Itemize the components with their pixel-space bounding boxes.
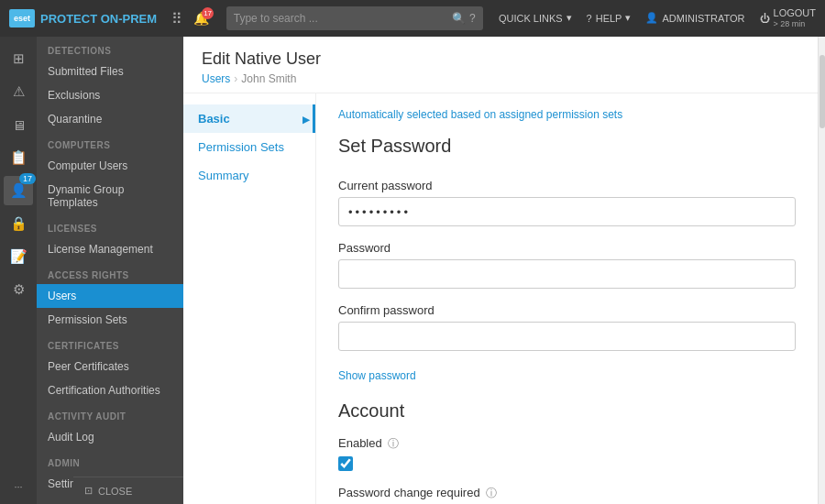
sidebar-icon-settings[interactable]: ⚙ [4, 275, 33, 304]
tab-summary-label: Summary [198, 169, 249, 182]
sidebar-item-computer-users[interactable]: Computer Users [37, 154, 183, 178]
logout-icon: ⏻ [760, 13, 770, 24]
admin-icon: 👤 [645, 12, 658, 24]
logout-text-block: LOGOUT > 28 min [774, 7, 816, 29]
confirm-password-group: Confirm password [338, 303, 796, 351]
sidebar-icon-certificates[interactable]: 🔒 [4, 209, 33, 238]
sidebar-item-certification-authorities[interactable]: Certification Authorities [37, 378, 183, 402]
quick-links-label: QUICK LINKS [499, 13, 563, 24]
help-btn[interactable]: ? HELP ▾ [587, 12, 632, 24]
sidebar-icon-access[interactable]: 👤 17 [4, 176, 33, 205]
current-password-label: Current password [338, 179, 796, 192]
sidebar-expand-btn[interactable]: ··· [4, 477, 33, 497]
nav-section-licenses: LICENSES [37, 214, 183, 237]
current-password-input[interactable] [338, 197, 796, 226]
enabled-checkbox-group [338, 456, 796, 471]
set-password-title: Set Password [338, 136, 796, 164]
content-body: Basic ▶ Permission Sets Summary Automati… [183, 93, 818, 504]
right-scrollbar[interactable] [818, 37, 825, 504]
page-header: Edit Native User Users › John Smith [183, 37, 818, 93]
tab-permission-sets[interactable]: Permission Sets [183, 133, 315, 161]
sidebar-item-permission-sets-nav[interactable]: Permission Sets [37, 308, 183, 332]
help-icon: ? [587, 13, 592, 24]
nav-section-detections: DETECTIONS [37, 37, 183, 60]
nav-section-certificates: CERTIFICATES [37, 332, 183, 355]
tab-permission-sets-label: Permission Sets [198, 140, 284, 154]
admin-btn[interactable]: 👤 ADMINISTRATOR [645, 12, 744, 24]
show-password-container: Show password [338, 366, 796, 382]
account-title: Account [338, 400, 796, 422]
show-password-link[interactable]: Show password [338, 369, 416, 382]
logo: eset PROTECT ON-PREM [9, 9, 157, 27]
sidebar-icon-strip: ⊞ ⚠ 🖥 📋 👤 17 🔒 📝 ⚙ ··· [0, 37, 37, 504]
search-help-icon[interactable]: ? [469, 12, 476, 25]
auto-select-note: Automatically selected based on assigned… [338, 108, 796, 121]
product-name: PROTECT ON-PREM [40, 12, 157, 26]
sidebar-close-btn[interactable]: ⊡ CLOSE [73, 477, 183, 504]
sidebar-nav: DETECTIONS Submitted Files Exclusions Qu… [37, 37, 183, 504]
topbar: eset PROTECT ON-PREM ⠿ 🔔 17 🔍 ? QUICK LI… [0, 0, 825, 37]
sidebar-icon-dashboard[interactable]: ⊞ [4, 44, 33, 73]
nav-section-access: ACCESS RIGHTS [37, 261, 183, 284]
tab-arrow-icon: ▶ [302, 114, 310, 124]
close-label: CLOSE [98, 486, 132, 497]
quick-links-btn[interactable]: QUICK LINKS ▾ [499, 12, 572, 24]
nav-section-audit: ACTIVITY AUDIT [37, 402, 183, 425]
tab-basic[interactable]: Basic ▶ [183, 104, 315, 133]
logout-btn[interactable]: ⏻ LOGOUT > 28 min [760, 7, 816, 29]
help-label: HELP [596, 13, 622, 24]
search-icon: 🔍 [452, 12, 466, 25]
enabled-label: Enabled ⓘ [338, 436, 796, 452]
bell-container: 🔔 17 [193, 11, 209, 26]
grid-icon[interactable]: ⠿ [171, 10, 182, 27]
admin-label: ADMINISTRATOR [662, 13, 744, 24]
confirm-password-label: Confirm password [338, 303, 796, 317]
search-input[interactable] [234, 12, 452, 25]
logout-label: LOGOUT [774, 7, 816, 19]
sidebar-icon-computers[interactable]: 🖥 [4, 110, 33, 139]
content-area: Edit Native User Users › John Smith Basi… [183, 37, 818, 504]
breadcrumb-sep: › [234, 72, 237, 85]
breadcrumb: Users › John Smith [202, 72, 799, 85]
sidebar-icon-detections[interactable]: ⚠ [4, 77, 33, 106]
confirm-password-input[interactable] [338, 322, 796, 351]
quick-links-chevron: ▾ [566, 12, 572, 24]
sidebar-item-peer-certificates[interactable]: Peer Certificates [37, 355, 183, 378]
sidebar-icon-audit[interactable]: 📝 [4, 242, 33, 271]
sidebar-item-dynamic-group[interactable]: Dynamic Group Templates [37, 178, 183, 214]
password-change-label: Password change required ⓘ [338, 486, 796, 501]
enabled-checkbox[interactable] [338, 456, 353, 471]
sidebar-item-quarantine[interactable]: Quarantine [37, 107, 183, 131]
tab-summary[interactable]: Summary [183, 161, 315, 190]
enabled-group: Enabled ⓘ [338, 436, 796, 471]
sidebar-item-submitted-files[interactable]: Submitted Files [37, 60, 183, 83]
bell-badge: 17 [202, 7, 214, 19]
help-chevron: ▾ [625, 12, 631, 24]
sidebar-icon-licenses[interactable]: 📋 [4, 143, 33, 172]
search-bar: 🔍 ? [226, 6, 483, 30]
password-change-group: Password change required ⓘ [338, 486, 796, 504]
sidebar-item-license-management[interactable]: License Management [37, 237, 183, 261]
sidebar-item-users[interactable]: Users [37, 284, 183, 308]
password-change-info-icon[interactable]: ⓘ [486, 487, 497, 499]
enabled-info-icon[interactable]: ⓘ [388, 437, 399, 450]
form-content: Automatically selected based on assigned… [316, 93, 818, 504]
eset-logo-icon: eset [9, 9, 35, 27]
nav-section-admin: ADMIN [37, 449, 183, 472]
scrollbar-thumb [820, 55, 825, 128]
password-input[interactable] [338, 259, 796, 289]
current-password-group: Current password [338, 179, 796, 226]
sidebar-item-audit-log[interactable]: Audit Log [37, 425, 183, 449]
main-layout: ⊞ ⚠ 🖥 📋 👤 17 🔒 📝 ⚙ ··· DETECTIONS Submit… [0, 37, 825, 504]
topbar-actions: QUICK LINKS ▾ ? HELP ▾ 👤 ADMINISTRATOR ⏻… [499, 7, 816, 29]
sidebar-badge: 17 [19, 173, 36, 184]
password-group: Password [338, 241, 796, 289]
logout-sub: > 28 min [774, 19, 816, 29]
breadcrumb-users-link[interactable]: Users [202, 72, 230, 85]
form-tabs: Basic ▶ Permission Sets Summary [183, 93, 316, 504]
nav-section-computers: COMPUTERS [37, 131, 183, 154]
sidebar-item-exclusions[interactable]: Exclusions [37, 83, 183, 107]
page-title: Edit Native User [202, 49, 799, 69]
password-label: Password [338, 241, 796, 255]
breadcrumb-current: John Smith [241, 72, 296, 85]
